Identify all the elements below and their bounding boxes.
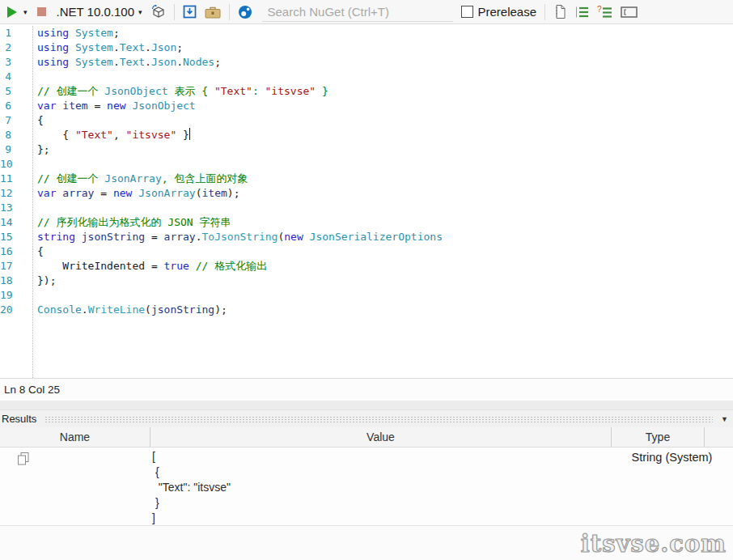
caret-position: Ln 8 Col 25 (4, 384, 60, 396)
line-number: 1 (0, 26, 11, 40)
line-number: 17 (0, 259, 11, 274)
nuget-search-input[interactable] (262, 2, 453, 22)
code-line[interactable]: // 创建一个 JsonObject 表示 { "Text": "itsvse"… (37, 84, 733, 99)
results-table-header: Name Value Type (0, 427, 733, 448)
collapse-arrow-icon[interactable]: ▼ (721, 415, 728, 423)
code-line[interactable]: { "Text", "itsvse" } (37, 128, 733, 142)
line-number: 2 (0, 40, 11, 55)
code-line[interactable]: string jsonString = array.ToJsonString(n… (37, 230, 733, 244)
column-header-type[interactable]: Type (611, 427, 704, 447)
code-line[interactable]: using System; (37, 26, 733, 40)
json-value-line: { (152, 465, 611, 480)
code-line[interactable]: { (37, 113, 733, 128)
dotted-texture (44, 416, 713, 423)
json-value-line: ] (152, 511, 611, 526)
play-icon (7, 6, 17, 18)
result-name-cell (0, 448, 150, 525)
prerelease-checkbox[interactable] (461, 6, 473, 18)
result-type-cell: String (System) (611, 448, 733, 525)
line-number: 13 (0, 201, 11, 215)
nuget-icon[interactable] (238, 5, 252, 19)
code-area[interactable]: using System;using System.Text.Json;usin… (33, 26, 733, 378)
code-line[interactable]: using System.Text.Json; (37, 40, 733, 55)
code-line[interactable]: // 序列化输出为格式化的 JSON 字符串 (37, 215, 733, 230)
code-line[interactable]: { (37, 244, 733, 259)
format-expression-icon[interactable]: ? (597, 6, 612, 19)
line-number: 19 (0, 288, 11, 303)
json-value-line: "Text": "itsvse" (152, 480, 611, 495)
framework-label: .NET 10.0.100 (57, 5, 134, 19)
column-header-extra (704, 427, 733, 447)
line-number: 3 (0, 55, 11, 70)
json-value-line: } (152, 495, 611, 511)
toolbar: ▾ .NET 10.0.100 ▾ (0, 0, 733, 24)
prerelease-label: Prerelease (478, 5, 537, 19)
result-value-cell: [ { "Text": "itsvse" }] (150, 448, 611, 525)
toolbar-separator (544, 4, 545, 20)
line-number: 7 (0, 113, 11, 128)
line-number: 16 (0, 244, 11, 259)
package-icon[interactable] (150, 4, 166, 19)
briefcase-icon[interactable] (205, 6, 221, 19)
run-options-dropdown-icon[interactable]: ▾ (23, 8, 28, 16)
run-button[interactable] (7, 6, 17, 18)
column-header-name[interactable]: Name (0, 427, 150, 447)
code-line[interactable]: // 创建一个 JsonArray, 包含上面的对象 (37, 172, 733, 186)
results-title: Results (2, 413, 36, 425)
code-line[interactable]: var item = new JsonObject (37, 99, 733, 113)
code-line[interactable]: Console.WriteLine(jsonString); (37, 303, 733, 317)
code-line[interactable]: WriteIndented = true // 格式化输出 (37, 259, 733, 274)
footer: itsvse.com (0, 526, 733, 560)
line-number-gutter: 1234567891011121314151617181920 (0, 26, 33, 378)
line-number: 10 (0, 157, 11, 172)
framework-selector[interactable]: .NET 10.0.100 ▾ (57, 5, 142, 19)
json-value-line: [ (152, 449, 611, 465)
code-line[interactable]: }); (37, 274, 733, 288)
text-cursor (189, 128, 190, 140)
status-bar: Ln 8 Col 25 (0, 378, 733, 401)
chevron-down-icon: ▾ (138, 8, 142, 16)
code-line[interactable]: var array = new JsonArray(item); (37, 186, 733, 201)
copy-icon[interactable] (16, 456, 30, 469)
code-line[interactable] (37, 201, 733, 215)
code-line[interactable]: }; (37, 142, 733, 157)
results-splitter[interactable] (0, 401, 733, 410)
import-package-icon[interactable] (183, 5, 197, 19)
line-number: 6 (0, 99, 11, 113)
code-line[interactable]: using System.Text.Json.Nodes; (37, 55, 733, 70)
document-icon[interactable] (553, 4, 566, 19)
line-number: 15 (0, 230, 11, 244)
column-header-value[interactable]: Value (150, 427, 611, 447)
code-line[interactable] (37, 157, 733, 172)
result-row: [ { "Text": "itsvse" }] String (System) (0, 448, 733, 526)
toolbar-separator (229, 4, 230, 20)
linqpad-window: ▾ .NET 10.0.100 ▾ (0, 0, 733, 560)
code-line[interactable] (37, 288, 733, 303)
results-panel-header[interactable]: Results ▼ (0, 410, 733, 427)
line-number: 20 (0, 303, 11, 317)
line-number: 4 (0, 70, 11, 84)
stop-button[interactable] (37, 7, 46, 16)
line-number: 8 (0, 128, 11, 142)
line-number: 18 (0, 274, 11, 288)
toolbar-separator (174, 4, 175, 20)
line-number: 12 (0, 186, 11, 201)
code-editor[interactable]: 1234567891011121314151617181920 using Sy… (0, 24, 733, 378)
line-number: 11 (0, 172, 11, 186)
line-number: 9 (0, 142, 11, 157)
line-number: 5 (0, 84, 11, 99)
code-line[interactable] (37, 70, 733, 84)
line-number: 14 (0, 215, 11, 230)
format-statement-icon[interactable] (574, 6, 589, 19)
box-selection-icon[interactable] (621, 6, 638, 19)
svg-text:?: ? (597, 6, 602, 14)
watermark: itsvse.com (581, 530, 727, 558)
